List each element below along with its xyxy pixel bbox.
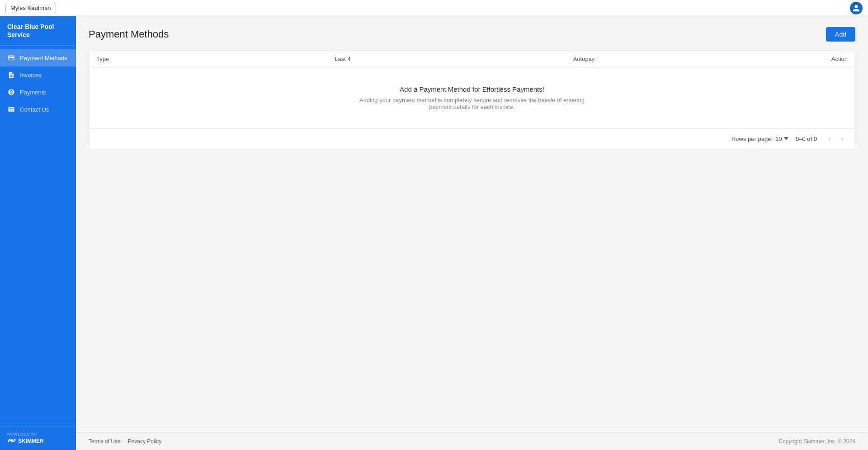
document-icon [7, 71, 15, 79]
powered-by-text: powered by [7, 432, 69, 436]
page-title: Payment Methods [89, 28, 169, 40]
credit-card-icon [7, 54, 15, 62]
page-header: Payment Methods Add [89, 27, 855, 42]
payment-methods-table: Type Last 4 Autopay Action Add a Payment… [89, 51, 855, 149]
footer-links: Terms of Use Privacy Policy [89, 438, 161, 445]
pagination-nav: ‹ › [824, 133, 848, 144]
skimmer-logo: SKIMMER [7, 437, 69, 445]
rows-per-page-select[interactable]: 10 25 50 [775, 136, 788, 142]
sidebar-item-payments[interactable]: Payments [0, 84, 76, 101]
user-button[interactable]: Myles Kaufman [5, 3, 56, 13]
avatar [850, 2, 863, 14]
sidebar-nav: Payment Methods Invoices Payments [0, 46, 76, 426]
table-header: Type Last 4 Autopay Action [89, 51, 855, 67]
sidebar-footer: powered by SKIMMER [0, 426, 76, 450]
empty-state: Add a Payment Method for Effortless Paym… [89, 67, 855, 128]
sidebar: Clear Blue Pool Service Payment Methods … [0, 16, 76, 450]
column-header-action: Action [811, 56, 848, 62]
dollar-icon [7, 88, 15, 96]
sidebar-item-contact-us[interactable]: Contact Us [0, 101, 76, 118]
terms-of-use-link[interactable]: Terms of Use [89, 438, 121, 445]
top-header: Myles Kaufman [0, 0, 868, 16]
envelope-icon [7, 105, 15, 113]
sidebar-brand: Clear Blue Pool Service [0, 16, 76, 46]
empty-state-description: Adding your payment method is completely… [359, 97, 585, 110]
column-header-last4: Last 4 [335, 56, 573, 62]
skimmer-brand-name: SKIMMER [18, 438, 44, 444]
main-content: Payment Methods Add Type Last 4 Autopay … [76, 16, 868, 450]
column-header-autopay: Autopay [573, 56, 811, 62]
prev-page-button[interactable]: ‹ [824, 133, 835, 144]
page-range: 0–0 of 0 [796, 136, 817, 142]
rows-per-page: Rows per page: 10 25 50 [731, 136, 788, 142]
sidebar-item-contact-us-label: Contact Us [20, 106, 49, 113]
layout: Clear Blue Pool Service Payment Methods … [0, 16, 868, 450]
powered-by: powered by SKIMMER [7, 432, 69, 445]
empty-state-title: Add a Payment Method for Effortless Paym… [98, 85, 846, 93]
sidebar-item-payment-methods[interactable]: Payment Methods [0, 49, 76, 66]
page-footer: Terms of Use Privacy Policy Copyright Sk… [76, 432, 868, 450]
sidebar-item-payments-label: Payments [20, 89, 46, 96]
sidebar-item-payment-methods-label: Payment Methods [20, 55, 67, 61]
svg-point-0 [11, 440, 13, 442]
pagination-bar: Rows per page: 10 25 50 0–0 of 0 ‹ › [89, 128, 855, 149]
column-header-type: Type [96, 56, 335, 62]
copyright-text: Copyright Skimmer, Inc. © 2024 [778, 438, 855, 445]
rows-per-page-label: Rows per page: [731, 136, 773, 142]
sidebar-item-invoices-label: Invoices [20, 72, 42, 79]
sidebar-item-invoices[interactable]: Invoices [0, 66, 76, 84]
add-payment-method-button[interactable]: Add [826, 27, 855, 42]
next-page-button[interactable]: › [837, 133, 848, 144]
privacy-policy-link[interactable]: Privacy Policy [128, 438, 162, 445]
